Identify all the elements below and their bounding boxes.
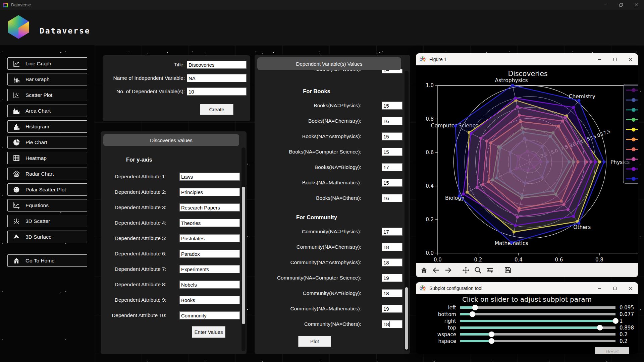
slider-thumb[interactable]	[597, 325, 603, 330]
slider-thumb[interactable]	[472, 305, 478, 310]
dep-field-input[interactable]	[382, 305, 402, 313]
slider-track-bottom[interactable]	[460, 313, 615, 315]
dep-field-input[interactable]	[382, 289, 402, 297]
slider-track-top[interactable]	[460, 326, 615, 329]
axis-label: Astrophysics	[495, 77, 528, 83]
figure-minimize-button[interactable]	[592, 53, 607, 65]
attribute-field-input[interactable]	[179, 188, 240, 196]
sidebar-item-label: Heatmap	[25, 155, 47, 161]
slider-label: hspace	[416, 338, 456, 344]
create-field-label: Name of Independent Variable:	[103, 75, 185, 81]
forward-icon[interactable]	[443, 265, 453, 275]
figure-maximize-button[interactable]	[607, 53, 623, 65]
sidebar-item-label: Line Graph	[25, 61, 51, 67]
create-field-input[interactable]	[187, 74, 247, 82]
attribute-field-input[interactable]	[179, 203, 240, 212]
minimize-button[interactable]	[598, 0, 613, 10]
attribute-field-input[interactable]	[179, 281, 240, 289]
dep-field-label: Books(NA=Physics):	[255, 103, 361, 109]
slider-thumb[interactable]	[489, 331, 494, 337]
sidebar-item-go-to-home[interactable]: Go To Home	[7, 254, 87, 267]
dep-field-input[interactable]	[382, 117, 402, 125]
slider-label: left	[416, 305, 456, 311]
dep-field: Books(NA=Chemistry):	[255, 116, 402, 126]
figure-close-button[interactable]	[623, 53, 638, 65]
slider-track-left[interactable]	[460, 306, 615, 309]
sliders-icon[interactable]	[485, 265, 495, 275]
slider-fill	[460, 333, 491, 336]
sidebar-item-bar-graph[interactable]: Bar Graph	[7, 73, 87, 85]
close-button[interactable]	[629, 0, 644, 10]
dep-field-input[interactable]	[382, 179, 402, 187]
sidebar-item-radar-chart[interactable]: Radar Chart	[7, 168, 87, 180]
dep-field-input[interactable]	[382, 228, 402, 236]
create-field-label: No. of Dependent Variable(s):	[103, 88, 185, 95]
dep-field-input[interactable]	[382, 194, 402, 202]
attribute-field: Dependent Attribute 2:	[101, 187, 240, 197]
create-field-input[interactable]	[187, 87, 247, 96]
slider-track-hspace[interactable]	[460, 340, 615, 342]
slider-thumb[interactable]	[613, 318, 619, 324]
dep-field-input[interactable]	[382, 274, 402, 282]
polar-scatter-icon	[12, 186, 21, 194]
attribute-field-input[interactable]	[179, 296, 240, 304]
save-icon[interactable]	[503, 265, 513, 275]
enter-values-button[interactable]: Enter Values	[192, 326, 225, 338]
attribute-field-input[interactable]	[179, 219, 240, 227]
slider-row-top: top0.898	[416, 325, 638, 330]
create-field-label: Title:	[103, 62, 185, 68]
sidebar-item-area-chart[interactable]: Area Chart	[7, 105, 87, 117]
slider-thumb[interactable]	[489, 338, 494, 344]
dep-field-input[interactable]	[382, 243, 402, 251]
sidebar-item-3d-surface[interactable]: 3D Surface	[7, 231, 87, 243]
subplot-config-window: Subplot configuration tool Click on slid…	[416, 282, 638, 354]
dep-field-input[interactable]	[382, 258, 402, 266]
slider-track-right[interactable]	[460, 320, 615, 322]
sidebar-item-scatter-plot[interactable]: Scatter Plot	[7, 89, 87, 101]
zoom-icon[interactable]	[473, 265, 483, 275]
sidebar-item-polar-scatter-plot[interactable]: Polar Scatter Plot	[7, 183, 87, 196]
back-icon[interactable]	[431, 265, 441, 275]
create-form-panel: Title:Name of Independent Variable:No. o…	[103, 55, 250, 121]
subplot-minimize-button[interactable]	[592, 282, 607, 294]
sidebar-item-3d-scatter[interactable]: 3D Scatter	[7, 215, 87, 227]
dep-field-label: Books(NA=Computer Science):	[255, 149, 361, 155]
restore-button[interactable]	[613, 0, 629, 10]
sidebar-item-label: Go To Home	[25, 258, 55, 264]
values-scrollbar[interactable]	[241, 147, 246, 351]
discoveries-values-panel: Discoveries Values For y-axis Dependent …	[101, 131, 247, 354]
sidebar-item-histogram[interactable]: Histogram	[7, 120, 87, 133]
create-button[interactable]: Create	[200, 104, 233, 115]
dep-field-input[interactable]	[382, 102, 402, 110]
dep-field-input[interactable]	[382, 148, 402, 156]
values-scrollbar-thumb[interactable]	[242, 187, 245, 324]
home-icon[interactable]	[419, 265, 429, 275]
dep-field-input[interactable]	[382, 163, 402, 171]
sidebar-item-pie-chart[interactable]: Pie Chart	[7, 136, 87, 148]
slider-track-wspace[interactable]	[460, 333, 615, 336]
sidebar-item-heatmap[interactable]: Heatmap	[7, 152, 87, 164]
dep-scrollbar-thumb[interactable]	[405, 287, 408, 350]
attribute-field-input[interactable]	[179, 265, 240, 273]
attribute-field-input[interactable]	[179, 234, 240, 242]
pan-icon[interactable]	[461, 265, 471, 275]
slider-thumb[interactable]	[470, 311, 475, 317]
dep-field: Community(NA=Astrophysics):	[255, 258, 402, 267]
subplot-maximize-button[interactable]	[607, 282, 623, 294]
attribute-field: Dependent Attribute 7:	[101, 264, 240, 274]
slider-row-bottom: bottom0.077	[416, 312, 638, 317]
plot-button[interactable]: Plot	[298, 336, 331, 347]
create-field-input[interactable]	[187, 61, 247, 69]
dep-scrollbar[interactable]	[405, 71, 409, 351]
dep-field-input[interactable]	[382, 132, 402, 140]
attribute-field-input[interactable]	[179, 311, 240, 319]
dep-field-input[interactable]	[382, 320, 402, 328]
reset-button[interactable]: Reset	[595, 347, 629, 354]
sidebar-item-equations[interactable]: Equations	[7, 199, 87, 212]
subplot-close-button[interactable]	[623, 282, 638, 294]
attribute-field-input[interactable]	[179, 173, 240, 181]
dependent-values-panel: Dependent Variable(s) Values Nobels(NA=O…	[255, 55, 410, 354]
slider-row-left: left0.095	[416, 305, 638, 310]
attribute-field-input[interactable]	[179, 250, 240, 258]
sidebar-item-line-graph[interactable]: Line Graph	[7, 57, 87, 70]
